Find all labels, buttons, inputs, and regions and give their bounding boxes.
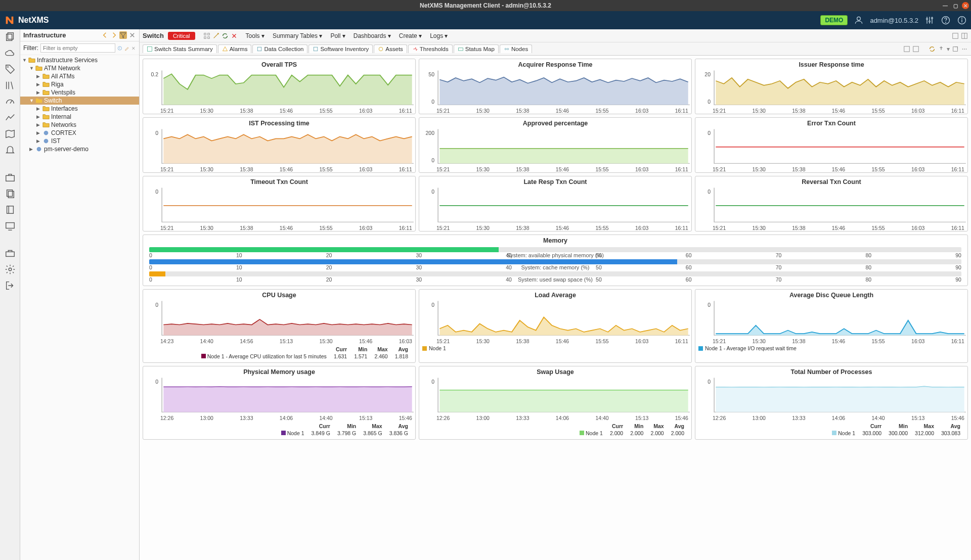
menu-create[interactable]: Create ▾ — [399, 32, 422, 39]
library-icon[interactable] — [5, 80, 16, 91]
svg-rect-10 — [6, 34, 12, 41]
back-icon[interactable] — [101, 31, 109, 39]
copy-icon[interactable] — [5, 31, 16, 42]
svg-point-31 — [217, 33, 219, 34]
help-icon[interactable] — [941, 15, 951, 25]
tree-item-ventspils[interactable]: ▶Ventspils — [20, 88, 139, 97]
svg-point-26 — [37, 147, 41, 152]
side-panel-title: Infrastructure — [23, 31, 101, 39]
map-icon[interactable] — [5, 128, 16, 139]
filter-icon[interactable] — [119, 31, 127, 39]
demo-badge: DEMO — [820, 15, 848, 25]
tab-switch-stats[interactable]: Switch Stats Summary — [143, 44, 217, 53]
layout2-icon[interactable] — [961, 32, 968, 39]
svg-rect-36 — [258, 47, 262, 51]
chart-procs: Total Number of Processes012:2613:0013:3… — [695, 366, 968, 440]
svg-point-38 — [379, 47, 383, 51]
menu-logs[interactable]: Logs ▾ — [430, 32, 448, 39]
svg-rect-16 — [7, 206, 13, 214]
edit-icon[interactable] — [124, 44, 129, 52]
layout-icon[interactable] — [952, 32, 959, 39]
refresh-icon[interactable] — [222, 32, 229, 39]
view1-icon[interactable] — [903, 45, 910, 53]
gauge-icon[interactable] — [5, 96, 16, 107]
chart-cpu: CPU Usage014:2314:4014:5615:1315:3015:46… — [143, 289, 416, 363]
user-label[interactable]: admin@10.5.3.2 — [870, 17, 918, 24]
note-icon[interactable] — [5, 204, 16, 215]
window-minimize[interactable]: — — [942, 2, 949, 9]
window-maximize[interactable]: ▢ — [952, 2, 959, 9]
chart-ist_proc: IST Processing time015:2115:3015:3815:46… — [143, 117, 416, 173]
menu-tools[interactable]: Tools ▾ — [246, 32, 264, 39]
tab-data-collection[interactable]: Data Collection — [252, 44, 307, 53]
chart-late_txn: Late Resp Txn Count015:2115:3015:3815:46… — [419, 176, 692, 231]
svg-rect-9 — [8, 33, 13, 39]
sliders-icon[interactable] — [924, 15, 935, 25]
pin-icon[interactable] — [938, 45, 945, 53]
chart-title: Error Txn Count — [695, 118, 967, 128]
tree-item-networks[interactable]: ▶Networks — [20, 121, 139, 129]
cloud-icon[interactable] — [5, 48, 16, 59]
info-icon[interactable] — [957, 15, 967, 25]
grid-icon[interactable] — [203, 32, 210, 39]
wand-icon[interactable] — [212, 32, 219, 39]
tree-item-internal[interactable]: ▶Internal — [20, 113, 139, 121]
tab-status-map[interactable]: Status Map — [454, 44, 499, 53]
tree-item-atm-network[interactable]: ▼ATM Network — [20, 64, 139, 72]
window-title: NetXMS Management Client - admin@10.5.3.… — [420, 2, 551, 9]
delete-icon[interactable] — [231, 32, 238, 39]
svg-rect-32 — [953, 33, 958, 38]
tree-item-ist[interactable]: ▶IST — [20, 137, 139, 145]
tree-item-interfaces[interactable]: ▶Interfaces — [20, 105, 139, 113]
bell-icon[interactable] — [5, 145, 16, 156]
close-panel-icon[interactable] — [128, 31, 136, 39]
briefcase-icon[interactable] — [5, 172, 16, 183]
tree-item-infrastructure[interactable]: ▼Infrastructure Services — [20, 56, 139, 64]
svg-rect-39 — [458, 48, 463, 51]
monitor-icon[interactable] — [5, 220, 16, 231]
dashboard: Overall TPS0.215:2115:3015:3815:4615:551… — [140, 56, 971, 560]
chart-title: Issuer Response time — [695, 59, 967, 69]
svg-rect-14 — [7, 190, 12, 197]
tab-alarms[interactable]: Alarms — [218, 44, 252, 53]
tags-icon[interactable] — [5, 64, 16, 75]
window-close[interactable]: ✕ — [962, 2, 969, 9]
stack-icon[interactable] — [5, 188, 16, 199]
toolbox-icon[interactable] — [5, 248, 16, 259]
svg-point-25 — [44, 139, 49, 144]
exit-icon[interactable] — [5, 280, 16, 291]
info-small-icon[interactable]: i — [117, 44, 122, 52]
tree-item-all-atms[interactable]: ▶All ATMs — [20, 72, 139, 80]
tree-item-cortex[interactable]: ▶CORTEX — [20, 129, 139, 137]
tab-nodes[interactable]: Nodes — [500, 44, 532, 53]
app-logo: NetXMS — [4, 15, 49, 26]
tab-assets[interactable]: Assets — [374, 44, 407, 53]
refresh2-icon[interactable] — [929, 45, 936, 53]
window-title-bar: NetXMS Management Client - admin@10.5.3.… — [0, 0, 971, 11]
chart-title: Late Resp Txn Count — [419, 176, 691, 186]
popout-icon[interactable] — [952, 45, 959, 53]
clear-icon[interactable] — [131, 44, 136, 52]
tree-item-riga[interactable]: ▶Riga — [20, 80, 139, 88]
forward-icon[interactable] — [110, 31, 118, 39]
user-icon — [854, 15, 864, 25]
tree-item-pm-server[interactable]: ▶pm-server-demo — [20, 145, 139, 153]
chart-appr_pct: Approved percentage200015:2115:3015:3815… — [419, 117, 692, 173]
tab-software-inventory[interactable]: Software Inventory — [308, 44, 373, 53]
svg-point-11 — [7, 66, 9, 68]
menu-summary-tables[interactable]: Summary Tables ▾ — [273, 32, 322, 39]
chart-overall_tps: Overall TPS0.215:2115:3015:3815:4615:551… — [143, 59, 416, 114]
menu-dashboards[interactable]: Dashboards ▾ — [354, 32, 391, 39]
menu-poll[interactable]: Poll ▾ — [330, 32, 345, 39]
chart-icon[interactable] — [5, 112, 16, 123]
filter-input[interactable] — [40, 43, 115, 53]
svg-point-45 — [962, 49, 963, 50]
tree-item-switch[interactable]: ▼Switch — [20, 97, 139, 105]
svg-rect-27 — [204, 33, 206, 35]
gear-icon[interactable] — [5, 264, 16, 275]
more-icon[interactable] — [961, 45, 968, 53]
svg-line-12 — [10, 101, 12, 104]
svg-point-24 — [44, 131, 49, 135]
tab-thresholds[interactable]: Thresholds — [408, 44, 453, 53]
view2-icon[interactable] — [912, 45, 919, 53]
